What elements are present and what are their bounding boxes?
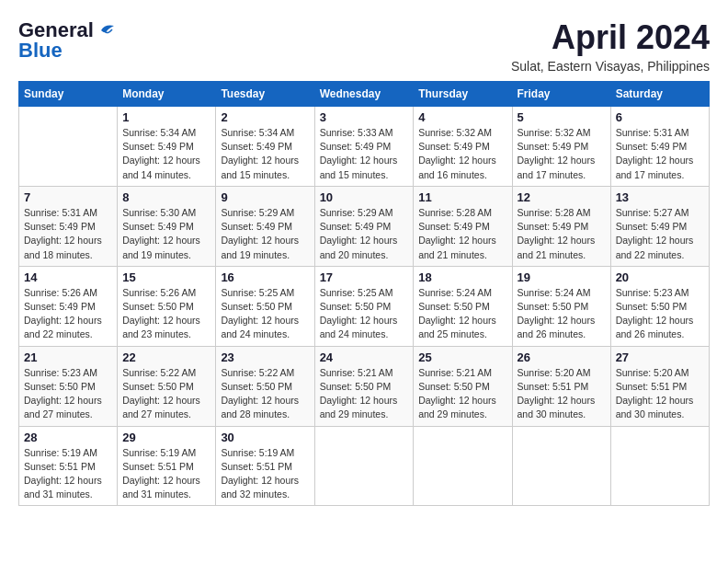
sunrise-text: Sunrise: 5:25 AM <box>221 287 294 298</box>
sunrise-text: Sunrise: 5:20 AM <box>616 367 689 378</box>
location: Sulat, Eastern Visayas, Philippines <box>511 59 710 74</box>
sunrise-text: Sunrise: 5:24 AM <box>418 287 492 298</box>
calendar-cell <box>610 426 709 506</box>
daylight-text: Daylight: 12 hours and 19 minutes. <box>122 235 200 259</box>
day-info: Sunrise: 5:27 AM Sunset: 5:49 PM Dayligh… <box>616 206 704 262</box>
sunset-text: Sunset: 5:51 PM <box>221 461 292 472</box>
calendar-cell <box>314 426 414 506</box>
day-info: Sunrise: 5:34 AM Sunset: 5:49 PM Dayligh… <box>221 126 309 182</box>
daylight-text: Daylight: 12 hours and 14 minutes. <box>122 155 200 179</box>
sunrise-text: Sunrise: 5:32 AM <box>418 127 492 138</box>
calendar-cell: 3 Sunrise: 5:33 AM Sunset: 5:49 PM Dayli… <box>314 107 414 187</box>
daylight-text: Daylight: 12 hours and 27 minutes. <box>24 395 102 419</box>
daylight-text: Daylight: 12 hours and 30 minutes. <box>616 395 694 419</box>
day-number: 2 <box>221 110 309 124</box>
sunset-text: Sunset: 5:51 PM <box>518 381 589 392</box>
day-number: 14 <box>24 270 112 284</box>
daylight-text: Daylight: 12 hours and 19 minutes. <box>221 235 299 259</box>
calendar-table: SundayMondayTuesdayWednesdayThursdayFrid… <box>18 81 710 506</box>
sunrise-text: Sunrise: 5:21 AM <box>418 367 492 378</box>
calendar-cell: 15 Sunrise: 5:26 AM Sunset: 5:50 PM Dayl… <box>118 266 216 346</box>
calendar-cell: 27 Sunrise: 5:20 AM Sunset: 5:51 PM Dayl… <box>610 346 709 426</box>
calendar-header-row: SundayMondayTuesdayWednesdayThursdayFrid… <box>19 82 710 107</box>
sunset-text: Sunset: 5:49 PM <box>518 221 589 232</box>
sunrise-text: Sunrise: 5:33 AM <box>320 127 393 138</box>
calendar-header-wednesday: Wednesday <box>314 82 414 107</box>
calendar-header-thursday: Thursday <box>414 82 512 107</box>
calendar-cell: 5 Sunrise: 5:32 AM Sunset: 5:49 PM Dayli… <box>512 107 610 187</box>
title-block: April 2024 Sulat, Eastern Visayas, Phili… <box>511 18 710 74</box>
calendar-cell: 1 Sunrise: 5:34 AM Sunset: 5:49 PM Dayli… <box>118 107 216 187</box>
sunrise-text: Sunrise: 5:24 AM <box>518 287 591 298</box>
calendar-header-monday: Monday <box>118 82 216 107</box>
logo: General Blue <box>18 18 116 63</box>
calendar-cell: 16 Sunrise: 5:25 AM Sunset: 5:50 PM Dayl… <box>216 266 314 346</box>
daylight-text: Daylight: 12 hours and 17 minutes. <box>616 155 694 179</box>
calendar-cell: 12 Sunrise: 5:28 AM Sunset: 5:49 PM Dayl… <box>512 186 610 266</box>
day-number: 26 <box>518 350 606 364</box>
calendar-cell: 21 Sunrise: 5:23 AM Sunset: 5:50 PM Dayl… <box>19 346 118 426</box>
day-info: Sunrise: 5:19 AM Sunset: 5:51 PM Dayligh… <box>221 446 309 502</box>
day-info: Sunrise: 5:34 AM Sunset: 5:49 PM Dayligh… <box>122 126 210 182</box>
calendar-header-tuesday: Tuesday <box>216 82 314 107</box>
sunrise-text: Sunrise: 5:32 AM <box>518 127 591 138</box>
day-number: 13 <box>616 190 704 204</box>
sunset-text: Sunset: 5:50 PM <box>418 381 490 392</box>
sunset-text: Sunset: 5:49 PM <box>320 221 392 232</box>
day-info: Sunrise: 5:24 AM Sunset: 5:50 PM Dayligh… <box>518 286 606 342</box>
sunset-text: Sunset: 5:49 PM <box>122 141 194 152</box>
sunrise-text: Sunrise: 5:28 AM <box>418 207 492 218</box>
sunset-text: Sunset: 5:50 PM <box>221 301 292 312</box>
day-info: Sunrise: 5:28 AM Sunset: 5:49 PM Dayligh… <box>418 206 506 262</box>
day-number: 10 <box>320 190 409 204</box>
day-info: Sunrise: 5:32 AM Sunset: 5:49 PM Dayligh… <box>518 126 606 182</box>
day-info: Sunrise: 5:23 AM Sunset: 5:50 PM Dayligh… <box>24 366 112 422</box>
day-number: 25 <box>418 350 506 364</box>
day-info: Sunrise: 5:20 AM Sunset: 5:51 PM Dayligh… <box>518 366 606 422</box>
sunset-text: Sunset: 5:49 PM <box>616 221 688 232</box>
calendar-cell: 19 Sunrise: 5:24 AM Sunset: 5:50 PM Dayl… <box>512 266 610 346</box>
sunset-text: Sunset: 5:51 PM <box>24 461 96 472</box>
calendar-header-saturday: Saturday <box>610 82 709 107</box>
day-number: 30 <box>221 431 309 444</box>
daylight-text: Daylight: 12 hours and 31 minutes. <box>122 475 200 500</box>
day-number: 5 <box>518 110 606 124</box>
sunset-text: Sunset: 5:50 PM <box>418 301 490 312</box>
sunrise-text: Sunrise: 5:26 AM <box>24 287 97 298</box>
day-info: Sunrise: 5:26 AM Sunset: 5:50 PM Dayligh… <box>122 286 210 342</box>
day-number: 8 <box>122 190 210 204</box>
day-number: 17 <box>320 270 409 284</box>
calendar-cell: 24 Sunrise: 5:21 AM Sunset: 5:50 PM Dayl… <box>314 346 414 426</box>
calendar-cell: 26 Sunrise: 5:20 AM Sunset: 5:51 PM Dayl… <box>512 346 610 426</box>
daylight-text: Daylight: 12 hours and 30 minutes. <box>518 395 596 419</box>
sunset-text: Sunset: 5:51 PM <box>616 381 688 392</box>
day-info: Sunrise: 5:22 AM Sunset: 5:50 PM Dayligh… <box>221 366 309 422</box>
sunset-text: Sunset: 5:50 PM <box>122 301 194 312</box>
calendar-cell: 29 Sunrise: 5:19 AM Sunset: 5:51 PM Dayl… <box>118 426 216 506</box>
day-number: 29 <box>122 431 210 444</box>
day-number: 11 <box>418 190 506 204</box>
calendar-week-row: 7 Sunrise: 5:31 AM Sunset: 5:49 PM Dayli… <box>19 186 710 266</box>
sunrise-text: Sunrise: 5:31 AM <box>616 127 689 138</box>
daylight-text: Daylight: 12 hours and 31 minutes. <box>24 475 102 500</box>
day-info: Sunrise: 5:24 AM Sunset: 5:50 PM Dayligh… <box>418 286 506 342</box>
sunrise-text: Sunrise: 5:22 AM <box>221 367 294 378</box>
sunset-text: Sunset: 5:50 PM <box>518 301 589 312</box>
sunset-text: Sunset: 5:50 PM <box>320 381 392 392</box>
sunset-text: Sunset: 5:49 PM <box>518 141 589 152</box>
calendar-cell <box>414 426 512 506</box>
daylight-text: Daylight: 12 hours and 24 minutes. <box>221 315 299 339</box>
day-info: Sunrise: 5:33 AM Sunset: 5:49 PM Dayligh… <box>320 126 409 182</box>
daylight-text: Daylight: 12 hours and 22 minutes. <box>24 315 102 339</box>
sunset-text: Sunset: 5:49 PM <box>320 141 392 152</box>
day-number: 16 <box>221 270 309 284</box>
day-number: 22 <box>122 350 210 364</box>
day-info: Sunrise: 5:20 AM Sunset: 5:51 PM Dayligh… <box>616 366 704 422</box>
calendar-cell: 22 Sunrise: 5:22 AM Sunset: 5:50 PM Dayl… <box>118 346 216 426</box>
daylight-text: Daylight: 12 hours and 26 minutes. <box>616 315 694 339</box>
logo-bird-icon <box>96 22 116 39</box>
calendar-cell: 9 Sunrise: 5:29 AM Sunset: 5:49 PM Dayli… <box>216 186 314 266</box>
calendar-week-row: 1 Sunrise: 5:34 AM Sunset: 5:49 PM Dayli… <box>19 107 710 187</box>
calendar-week-row: 28 Sunrise: 5:19 AM Sunset: 5:51 PM Dayl… <box>19 426 710 506</box>
calendar-cell: 23 Sunrise: 5:22 AM Sunset: 5:50 PM Dayl… <box>216 346 314 426</box>
